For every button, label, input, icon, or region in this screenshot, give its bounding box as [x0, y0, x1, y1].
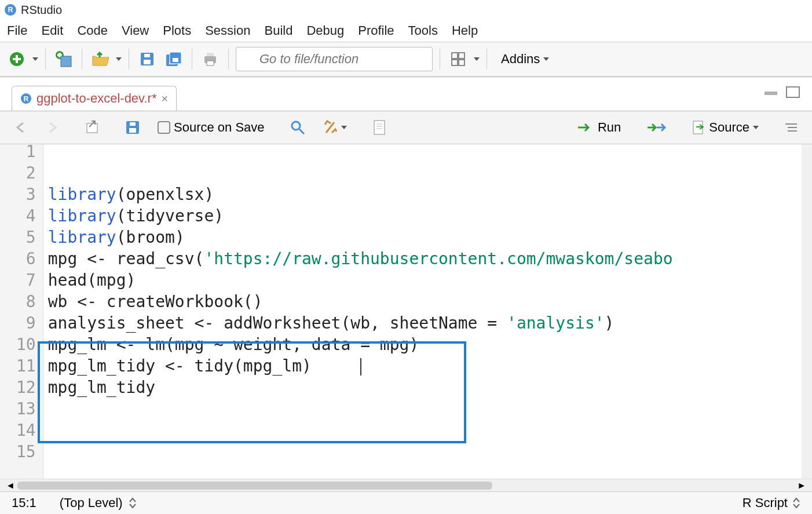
save-all-button[interactable] [163, 48, 185, 70]
checkbox-icon [158, 121, 170, 134]
new-file-dropdown-icon[interactable] [32, 57, 38, 61]
outline-button[interactable] [780, 119, 803, 136]
menu-build[interactable]: Build [264, 23, 292, 38]
code-line[interactable]: library(broom) [48, 227, 797, 248]
vertical-scrollbar[interactable] [802, 144, 812, 479]
new-file-button[interactable] [6, 48, 28, 70]
menu-debug[interactable]: Debug [306, 23, 344, 38]
line-number: 6 [16, 248, 36, 269]
source-button[interactable]: Source [687, 118, 763, 137]
line-number: 11 [16, 355, 36, 377]
svg-rect-17 [452, 53, 458, 59]
svg-rect-24 [787, 87, 799, 97]
code-lines[interactable]: library(openxlsx)library(tidyverse)libra… [43, 144, 802, 479]
line-number: 12 [16, 377, 36, 398]
code-line[interactable]: analysis_sheet <- addWorksheet(wb, sheet… [48, 312, 797, 334]
scope-updown-icon [129, 497, 137, 509]
scope-selector[interactable]: (Top Level) [60, 495, 137, 511]
code-line[interactable]: mpg_lm <- lm(mpg ~ weight, data = mpg) [48, 334, 797, 355]
window-title: RStudio [21, 3, 62, 17]
svg-rect-23 [765, 92, 777, 95]
nav-forward-button[interactable] [41, 119, 64, 136]
code-editor[interactable]: 123456789101112131415 library(openxlsx)l… [0, 144, 812, 479]
show-in-new-window-button[interactable] [80, 118, 104, 137]
cursor-position: 15:1 [12, 495, 36, 511]
find-replace-button[interactable] [286, 118, 310, 137]
line-number: 14 [16, 420, 36, 441]
compile-report-button[interactable] [368, 117, 391, 138]
print-button[interactable] [199, 48, 221, 70]
code-line[interactable]: mpg_lm_tidy [48, 377, 797, 398]
new-project-button[interactable] [53, 48, 75, 70]
editor-tab-controls [763, 86, 800, 99]
addins-caret-icon [543, 57, 549, 61]
maximize-pane-icon[interactable] [785, 86, 800, 99]
hscroll-right-icon[interactable]: ► [797, 480, 806, 491]
scope-label: (Top Level) [60, 495, 123, 511]
lang-updown-icon [792, 497, 800, 509]
menu-edit[interactable]: Edit [41, 23, 63, 38]
goto-file-input[interactable] [236, 47, 433, 71]
svg-rect-5 [57, 54, 62, 56]
addins-label: Addins [501, 52, 540, 67]
menu-file[interactable]: File [7, 23, 27, 38]
code-line[interactable]: mpg <- read_csv('https://raw.githubuserc… [48, 248, 797, 269]
svg-rect-19 [452, 60, 458, 65]
save-current-button[interactable] [120, 118, 145, 137]
line-number: 8 [16, 291, 36, 312]
minimize-pane-icon[interactable] [763, 86, 778, 96]
code-tools-caret-icon [341, 126, 347, 129]
svg-rect-8 [144, 60, 151, 64]
svg-point-29 [292, 122, 300, 130]
addins-dropdown[interactable]: Addins [494, 48, 556, 70]
svg-rect-28 [130, 122, 136, 126]
line-number: 9 [16, 312, 36, 334]
menu-tools[interactable]: Tools [408, 23, 438, 38]
svg-rect-13 [173, 58, 178, 62]
statusbar: 15:1 (Top Level) R Script [0, 491, 812, 514]
code-line[interactable]: mpg_lm_tidy <- tidy(mpg_lm) [48, 355, 797, 377]
titlebar: R RStudio [0, 0, 812, 20]
menu-profile[interactable]: Profile [358, 23, 394, 38]
menu-code[interactable]: Code [77, 23, 108, 38]
panes-dropdown-icon[interactable] [474, 57, 480, 61]
re-run-button[interactable] [642, 119, 671, 136]
nav-back-button[interactable] [9, 119, 32, 136]
workspace-panes-button[interactable] [447, 48, 469, 70]
tab-close-button[interactable]: × [161, 92, 168, 105]
run-button[interactable]: Run [572, 118, 626, 137]
svg-rect-20 [459, 60, 464, 65]
menu-help[interactable]: Help [452, 23, 478, 38]
editor-toolbar: Source on Save Run Source [0, 111, 812, 144]
language-selector[interactable]: R Script [742, 495, 800, 511]
horizontal-scrollbar[interactable]: ◄ ► [0, 479, 812, 491]
language-label: R Script [742, 495, 788, 511]
code-line[interactable]: head(mpg) [48, 269, 797, 291]
menu-view[interactable]: View [122, 23, 149, 38]
line-number: 4 [16, 205, 36, 227]
svg-rect-18 [459, 53, 464, 59]
tab-active[interactable]: R ggplot-to-excel-dev.r* × [12, 86, 177, 111]
save-button[interactable] [136, 48, 158, 70]
open-file-button[interactable] [89, 48, 111, 70]
source-on-save-checkbox[interactable]: Source on Save [153, 118, 269, 137]
editor-panel: R ggplot-to-excel-dev.r* × Source on Sav… [0, 76, 812, 514]
goto-file-wrap [236, 47, 433, 71]
code-line[interactable]: library(tidyverse) [48, 205, 797, 227]
code-tools-button[interactable] [318, 118, 352, 137]
svg-rect-15 [207, 53, 214, 56]
source-label: Source [709, 120, 749, 135]
menubar: File Edit Code View Plots Session Build … [0, 20, 812, 42]
source-caret-icon [753, 126, 759, 129]
hscroll-left-icon[interactable]: ◄ [6, 480, 15, 491]
rstudio-logo-icon: R [5, 4, 16, 16]
menu-session[interactable]: Session [205, 23, 250, 38]
open-file-dropdown-icon[interactable] [116, 57, 122, 61]
line-number: 1 [16, 144, 36, 162]
code-line[interactable]: library(openxlsx) [48, 184, 797, 205]
hscroll-thumb[interactable] [17, 482, 492, 490]
line-number: 10 [16, 334, 36, 355]
code-line[interactable]: wb <- createWorkbook() [48, 291, 797, 312]
source-on-save-label: Source on Save [174, 120, 265, 135]
menu-plots[interactable]: Plots [163, 23, 191, 38]
